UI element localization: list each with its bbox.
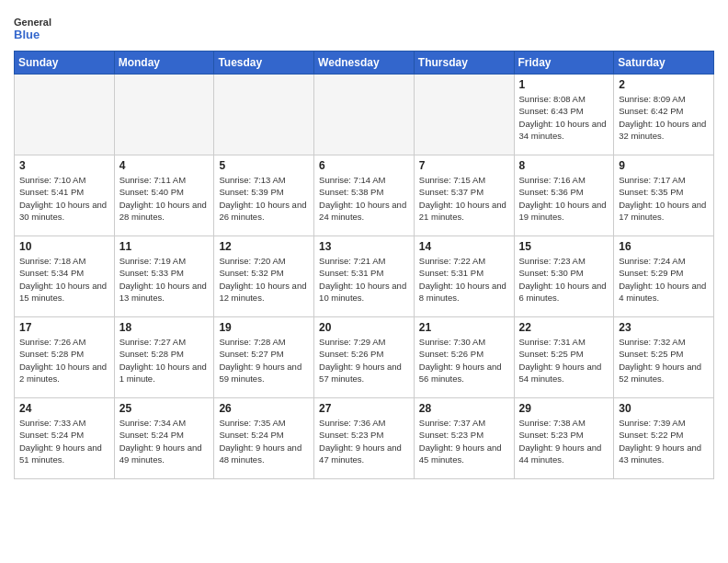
empty-cell [15,75,115,155]
day-info: Sunrise: 7:35 AMSunset: 5:24 PMDaylight:… [219,417,309,465]
day-info: Sunrise: 8:09 AMSunset: 6:42 PMDaylight:… [619,93,709,142]
day-cell-19: 19Sunrise: 7:28 AMSunset: 5:27 PMDayligh… [214,317,314,398]
day-cell-18: 18Sunrise: 7:27 AMSunset: 5:28 PMDayligh… [114,317,214,398]
day-number: 3 [19,159,109,172]
day-cell-10: 10Sunrise: 7:18 AMSunset: 5:34 PMDayligh… [15,236,115,317]
day-info: Sunrise: 7:15 AMSunset: 5:37 PMDaylight:… [419,174,509,223]
day-number: 1 [519,78,609,91]
page-header: General Blue [14,9,714,45]
day-info: Sunrise: 7:39 AMSunset: 5:22 PMDaylight:… [619,417,709,465]
day-info: Sunrise: 7:26 AMSunset: 5:28 PMDaylight:… [19,336,109,385]
day-info: Sunrise: 7:11 AMSunset: 5:40 PMDaylight:… [119,174,210,223]
day-info: Sunrise: 7:29 AMSunset: 5:26 PMDaylight:… [319,336,409,385]
day-cell-14: 14Sunrise: 7:22 AMSunset: 5:31 PMDayligh… [414,236,514,317]
calendar-week-4: 17Sunrise: 7:26 AMSunset: 5:28 PMDayligh… [15,317,714,398]
calendar-week-5: 24Sunrise: 7:33 AMSunset: 5:24 PMDayligh… [15,398,714,479]
day-info: Sunrise: 7:31 AMSunset: 5:25 PMDaylight:… [519,336,609,385]
weekday-header-sunday: Sunday [15,52,115,75]
day-cell-8: 8Sunrise: 7:16 AMSunset: 5:36 PMDaylight… [514,155,614,236]
day-cell-5: 5Sunrise: 7:13 AMSunset: 5:39 PMDaylight… [214,155,314,236]
day-number: 24 [19,402,109,415]
day-info: Sunrise: 7:30 AMSunset: 5:26 PMDaylight:… [419,336,509,385]
day-number: 15 [519,240,609,253]
day-cell-21: 21Sunrise: 7:30 AMSunset: 5:26 PMDayligh… [414,317,514,398]
day-cell-30: 30Sunrise: 7:39 AMSunset: 5:22 PMDayligh… [614,398,714,479]
day-info: Sunrise: 7:34 AMSunset: 5:24 PMDaylight:… [119,417,210,465]
day-info: Sunrise: 7:27 AMSunset: 5:28 PMDaylight:… [119,336,210,385]
day-number: 29 [519,402,609,415]
day-info: Sunrise: 7:38 AMSunset: 5:23 PMDaylight:… [519,417,609,465]
day-number: 23 [619,321,709,334]
weekday-header-friday: Friday [514,52,614,75]
day-info: Sunrise: 7:24 AMSunset: 5:29 PMDaylight:… [619,255,709,304]
day-cell-9: 9Sunrise: 7:17 AMSunset: 5:35 PMDaylight… [614,155,714,236]
day-cell-20: 20Sunrise: 7:29 AMSunset: 5:26 PMDayligh… [314,317,415,398]
day-info: Sunrise: 8:08 AMSunset: 6:43 PMDaylight:… [519,93,609,142]
day-number: 21 [419,321,509,334]
day-number: 19 [219,321,309,334]
day-cell-23: 23Sunrise: 7:32 AMSunset: 5:25 PMDayligh… [614,317,714,398]
day-number: 5 [219,159,309,172]
empty-cell [314,75,415,155]
calendar-week-1: 1Sunrise: 8:08 AMSunset: 6:43 PMDaylight… [15,75,714,155]
day-number: 9 [619,159,709,172]
day-number: 11 [119,240,210,253]
day-number: 2 [619,78,709,91]
day-cell-13: 13Sunrise: 7:21 AMSunset: 5:31 PMDayligh… [314,236,415,317]
day-number: 28 [419,402,509,415]
day-cell-2: 2Sunrise: 8:09 AMSunset: 6:42 PMDaylight… [614,75,714,155]
day-number: 17 [19,321,109,334]
day-number: 25 [119,402,210,415]
empty-cell [414,75,514,155]
day-number: 20 [319,321,409,334]
day-number: 16 [619,240,709,253]
logo: General Blue [14,13,64,45]
calendar-week-2: 3Sunrise: 7:10 AMSunset: 5:41 PMDaylight… [15,155,714,236]
day-cell-17: 17Sunrise: 7:26 AMSunset: 5:28 PMDayligh… [15,317,115,398]
day-cell-28: 28Sunrise: 7:37 AMSunset: 5:23 PMDayligh… [414,398,514,479]
day-cell-12: 12Sunrise: 7:20 AMSunset: 5:32 PMDayligh… [214,236,314,317]
day-number: 8 [519,159,609,172]
day-info: Sunrise: 7:33 AMSunset: 5:24 PMDaylight:… [19,417,109,465]
weekday-header-tuesday: Tuesday [214,52,314,75]
day-cell-27: 27Sunrise: 7:36 AMSunset: 5:23 PMDayligh… [314,398,415,479]
day-info: Sunrise: 7:36 AMSunset: 5:23 PMDaylight:… [319,417,409,465]
weekday-header-row: SundayMondayTuesdayWednesdayThursdayFrid… [15,52,714,75]
day-info: Sunrise: 7:10 AMSunset: 5:41 PMDaylight:… [19,174,109,223]
calendar-week-3: 10Sunrise: 7:18 AMSunset: 5:34 PMDayligh… [15,236,714,317]
weekday-header-monday: Monday [114,52,214,75]
day-number: 7 [419,159,509,172]
day-cell-11: 11Sunrise: 7:19 AMSunset: 5:33 PMDayligh… [114,236,214,317]
day-number: 12 [219,240,309,253]
day-number: 6 [319,159,409,172]
day-number: 27 [319,402,409,415]
day-number: 30 [619,402,709,415]
day-info: Sunrise: 7:22 AMSunset: 5:31 PMDaylight:… [419,255,509,304]
day-info: Sunrise: 7:21 AMSunset: 5:31 PMDaylight:… [319,255,409,304]
day-cell-15: 15Sunrise: 7:23 AMSunset: 5:30 PMDayligh… [514,236,614,317]
day-number: 13 [319,240,409,253]
day-cell-29: 29Sunrise: 7:38 AMSunset: 5:23 PMDayligh… [514,398,614,479]
weekday-header-saturday: Saturday [614,52,714,75]
svg-text:General: General [14,17,51,28]
day-info: Sunrise: 7:23 AMSunset: 5:30 PMDaylight:… [519,255,609,304]
day-info: Sunrise: 7:14 AMSunset: 5:38 PMDaylight:… [319,174,409,223]
day-number: 10 [19,240,109,253]
empty-cell [214,75,314,155]
logo-svg: General Blue [14,13,64,45]
day-number: 14 [419,240,509,253]
day-info: Sunrise: 7:37 AMSunset: 5:23 PMDaylight:… [419,417,509,465]
svg-text:Blue: Blue [14,28,40,41]
day-cell-6: 6Sunrise: 7:14 AMSunset: 5:38 PMDaylight… [314,155,415,236]
day-info: Sunrise: 7:13 AMSunset: 5:39 PMDaylight:… [219,174,309,223]
empty-cell [114,75,214,155]
day-cell-4: 4Sunrise: 7:11 AMSunset: 5:40 PMDaylight… [114,155,214,236]
day-cell-1: 1Sunrise: 8:08 AMSunset: 6:43 PMDaylight… [514,75,614,155]
weekday-header-thursday: Thursday [414,52,514,75]
day-number: 22 [519,321,609,334]
day-info: Sunrise: 7:28 AMSunset: 5:27 PMDaylight:… [219,336,309,385]
day-info: Sunrise: 7:18 AMSunset: 5:34 PMDaylight:… [19,255,109,304]
day-number: 4 [119,159,210,172]
svg-marker-2 [58,17,64,23]
day-number: 18 [119,321,210,334]
